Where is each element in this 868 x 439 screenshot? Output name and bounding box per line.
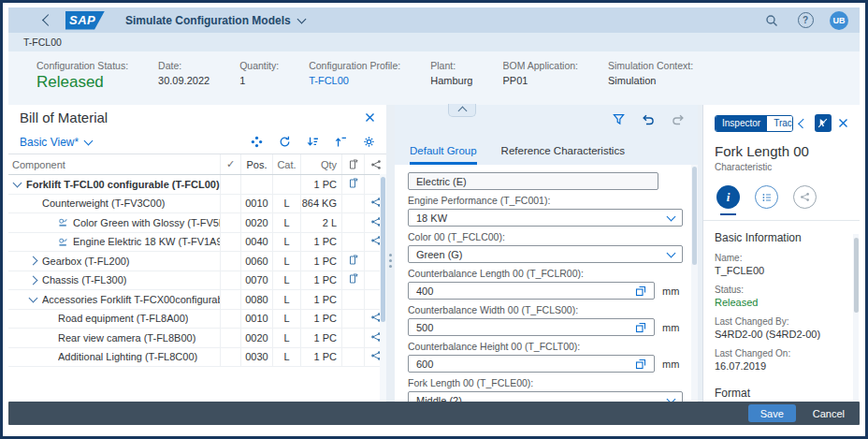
bom-table-row[interactable]: Additional Lighting (T-FL8C00) 0030 L 1 … bbox=[8, 348, 386, 368]
quantity-cell: 1 PC bbox=[300, 175, 341, 194]
settings-gear-icon[interactable] bbox=[363, 136, 375, 148]
quantity-cell: 1 PC bbox=[300, 329, 341, 347]
tree-expand-icon[interactable] bbox=[28, 277, 37, 284]
quantity-cell: 1 PC bbox=[300, 290, 341, 309]
info-bar-items: Configuration Status: Released Date: 30.… bbox=[8, 51, 860, 105]
check-cell bbox=[220, 329, 240, 347]
tab-reference-characteristics[interactable]: Reference Characteristics bbox=[501, 145, 625, 165]
bom-table-row[interactable]: Gearbox (T-FL200) 0060 L 1 PC bbox=[8, 252, 386, 271]
info-field-value: Released bbox=[36, 73, 128, 92]
characteristics-scrollbar[interactable] bbox=[691, 165, 698, 401]
redo-icon[interactable] bbox=[672, 113, 685, 125]
filter-icon[interactable] bbox=[613, 113, 625, 125]
help-icon[interactable]: ? bbox=[796, 11, 815, 30]
app-window: SAP Simulate Configuration Models ? UB T… bbox=[0, 0, 868, 439]
tree-expand-icon[interactable] bbox=[12, 180, 22, 188]
cancel-button[interactable]: Cancel bbox=[809, 405, 848, 422]
back-icon[interactable] bbox=[42, 14, 54, 26]
bom-scrollbar[interactable] bbox=[380, 174, 386, 401]
bom-table-row[interactable]: Counterweight (T-FV3C00) 0010 L 864 KG bbox=[8, 195, 386, 214]
inspector-section2-title: Format bbox=[715, 387, 848, 400]
characteristic-input[interactable]: 400 bbox=[408, 282, 655, 300]
bom-table-row[interactable]: Engine Elektric 18 KW (T-FV1A97) 0040 L … bbox=[8, 233, 386, 253]
tab-default-group[interactable]: Default Group bbox=[410, 145, 477, 165]
app-title[interactable]: Simulate Configuration Models bbox=[125, 14, 291, 27]
column-share-icon bbox=[364, 154, 386, 174]
quantity-cell: 1 PC bbox=[300, 348, 341, 367]
close-icon[interactable] bbox=[365, 112, 375, 123]
component-name: Counterweight (T-FV3C00) bbox=[42, 198, 165, 209]
open-document-icon[interactable] bbox=[348, 273, 359, 286]
undo-icon[interactable] bbox=[642, 113, 655, 125]
info-field-label: Quantity: bbox=[239, 60, 279, 71]
position-cell: 0040 bbox=[240, 233, 272, 252]
collapse-all-icon[interactable] bbox=[335, 136, 347, 148]
sap-logo: SAP bbox=[65, 11, 105, 30]
segment-trace[interactable]: Trace bbox=[767, 116, 793, 131]
title-dropdown-icon[interactable] bbox=[297, 15, 306, 24]
characteristic-input[interactable]: Green (G) bbox=[408, 245, 683, 263]
segment-inspector[interactable]: Inspector bbox=[716, 116, 767, 131]
characteristic-input[interactable]: 500 bbox=[408, 318, 655, 336]
bom-table-row[interactable]: Color Green with Glossy (T-FV5E03) 0020 … bbox=[8, 213, 386, 233]
hierarchy-icon[interactable] bbox=[251, 136, 263, 148]
view-selector[interactable]: Basic View* bbox=[20, 136, 92, 149]
value-help-icon[interactable] bbox=[635, 359, 646, 370]
info-field-label: Configuration Status: bbox=[36, 60, 128, 71]
variant-configuration-icon bbox=[58, 237, 68, 247]
characteristic-input[interactable]: 18 KW bbox=[408, 209, 683, 227]
open-document-icon[interactable] bbox=[348, 178, 359, 191]
inspect-toggle-icon[interactable] bbox=[815, 114, 832, 132]
bom-table-row[interactable]: Rear view camera (T-FL8B00) 0020 L 1 PC bbox=[8, 329, 386, 348]
bom-table-row[interactable]: Accessories Forklift T-FCX00configurable… bbox=[8, 290, 386, 310]
bom-table-row[interactable]: Chassis (T-FL300) 0070 L 1 PC bbox=[8, 271, 386, 291]
dependencies-share-icon[interactable] bbox=[793, 185, 817, 209]
info-field-value[interactable]: T-FCL00 bbox=[309, 75, 400, 86]
check-cell bbox=[220, 252, 240, 271]
tree-expand-icon[interactable] bbox=[28, 257, 37, 264]
component-name: Color Green with Glossy (T-FV5E03) bbox=[73, 217, 220, 228]
characteristics-tabs: Default Group Reference Characteristics bbox=[395, 133, 698, 165]
position-cell: 0060 bbox=[240, 252, 272, 271]
vertical-splitter[interactable] bbox=[386, 105, 395, 402]
check-cell bbox=[220, 213, 240, 232]
info-field: Plant: Hamburg bbox=[430, 60, 472, 105]
characteristic-field: Color 00 (T_FCLC00): Green (G) bbox=[408, 231, 683, 263]
unit-label: mm bbox=[662, 322, 683, 333]
info-tab-icon[interactable]: i bbox=[716, 185, 740, 209]
bom-rows: Forklift T-FCL00 configurable (T-FCL00) … bbox=[8, 175, 386, 402]
info-field: Configuration Status: Released bbox=[36, 60, 128, 105]
object-tab[interactable]: T-FCL00 bbox=[23, 37, 62, 48]
characteristic-input[interactable]: Electric (E) bbox=[408, 172, 658, 190]
bom-table-row[interactable]: Forklift T-FCL00 configurable (T-FCL00) … bbox=[8, 175, 386, 195]
position-cell bbox=[240, 175, 272, 194]
characteristic-input[interactable]: Middle (2) bbox=[408, 391, 683, 402]
info-field-value: 30.09.2022 bbox=[158, 75, 210, 86]
position-cell: 0070 bbox=[240, 271, 272, 290]
characteristic-input[interactable]: 600 bbox=[408, 355, 655, 373]
chevron-left-icon[interactable] bbox=[798, 118, 808, 128]
inspector-section-title: Basic Information bbox=[715, 231, 848, 244]
refresh-icon[interactable] bbox=[279, 136, 291, 148]
search-icon[interactable] bbox=[762, 11, 781, 30]
characteristic-value: Green (G) bbox=[416, 249, 668, 260]
bom-table-row[interactable]: Road equipment (T-FL8A00) 0010 L 1 PC bbox=[8, 310, 386, 329]
position-cell: 0030 bbox=[240, 348, 272, 367]
save-button[interactable]: Save bbox=[748, 404, 796, 422]
values-list-icon[interactable] bbox=[755, 185, 778, 209]
main-content: Bill of Material Basic View* bbox=[8, 105, 860, 402]
expand-all-icon[interactable] bbox=[307, 136, 319, 148]
column-pos: Pos. bbox=[240, 154, 272, 174]
inspector-scrollbar[interactable] bbox=[853, 234, 859, 402]
value-help-icon[interactable] bbox=[635, 285, 646, 297]
user-avatar[interactable]: UB bbox=[830, 11, 848, 30]
check-cell bbox=[220, 195, 240, 213]
component-name: Gearbox (T-FL200) bbox=[42, 256, 130, 267]
characteristic-value: 500 bbox=[416, 322, 635, 333]
open-document-icon[interactable] bbox=[348, 255, 359, 268]
tree-expand-icon[interactable] bbox=[28, 295, 37, 303]
inspector-title: Fork Length 00 bbox=[715, 143, 848, 159]
panel-collapse-handle[interactable] bbox=[448, 104, 476, 117]
inspector-close-icon[interactable] bbox=[838, 118, 848, 128]
value-help-icon[interactable] bbox=[635, 322, 646, 333]
